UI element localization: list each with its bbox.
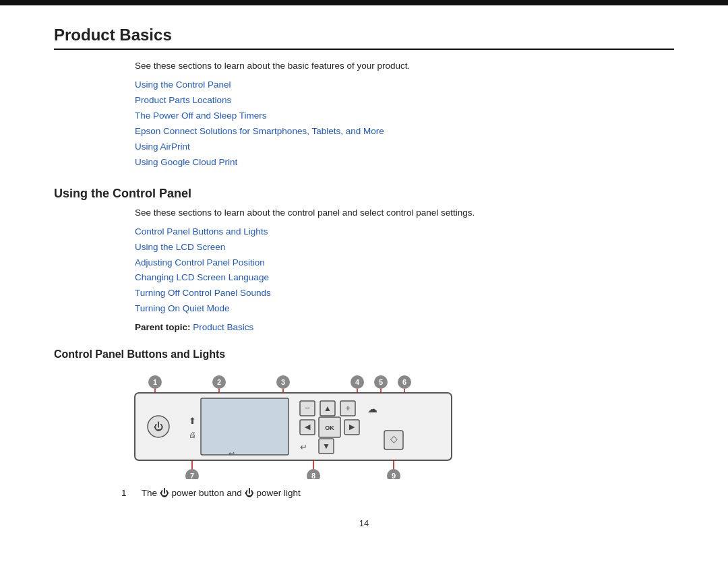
page-number: 14 [54, 518, 674, 528]
section2-title: Control Panel Buttons and Lights [54, 348, 674, 361]
intro-text: See these sections to learn about the ba… [135, 61, 674, 71]
svg-text:▼: ▼ [322, 441, 330, 451]
link-control-panel-buttons[interactable]: Control Panel Buttons and Lights [135, 224, 674, 240]
link-epson-connect[interactable]: Epson Connect Solutions for Smartphones,… [135, 124, 674, 139]
main-link-list: Using the Control Panel Product Parts Lo… [135, 77, 674, 170]
link-adjusting-position[interactable]: Adjusting Control Panel Position [135, 255, 674, 271]
svg-text:↩: ↩ [229, 449, 235, 458]
parent-topic-label: Parent topic: [135, 322, 191, 332]
section1-link-list: Control Panel Buttons and Lights Using t… [135, 224, 674, 317]
svg-text:▶: ▶ [349, 423, 355, 431]
section1-title: Using the Control Panel [54, 187, 674, 201]
svg-text:+: + [345, 403, 351, 413]
svg-text:8: 8 [311, 472, 315, 479]
link-google-cloud[interactable]: Using Google Cloud Print [135, 155, 674, 170]
svg-text:6: 6 [402, 378, 406, 386]
link-power-off-sleep[interactable]: The Power Off and Sleep Timers [135, 108, 674, 124]
link-airprint[interactable]: Using AirPrint [135, 139, 674, 155]
svg-text:⬆: ⬆ [189, 416, 196, 426]
link-using-control-panel[interactable]: Using the Control Panel [135, 77, 674, 93]
svg-text:4: 4 [355, 378, 360, 386]
svg-text:−: − [305, 403, 310, 413]
link-lcd-language[interactable]: Changing LCD Screen Language [135, 270, 674, 286]
bottom-note: 1 The ⏻ power button and ⏻ power light [121, 488, 674, 498]
bottom-note-text: The ⏻ power button and ⏻ power light [142, 488, 301, 498]
svg-text:🖨: 🖨 [189, 431, 196, 439]
svg-text:3: 3 [281, 378, 285, 386]
diagram-svg: 1 2 3 4 5 6 ⏻ [121, 371, 472, 479]
svg-text:◇: ◇ [390, 433, 398, 444]
section1-intro: See these sections to learn about the co… [135, 208, 674, 218]
link-quiet-mode[interactable]: Turning On Quiet Mode [135, 301, 674, 317]
svg-text:9: 9 [392, 472, 396, 479]
svg-text:◀: ◀ [305, 423, 311, 431]
link-turning-off-sounds[interactable]: Turning Off Control Panel Sounds [135, 286, 674, 301]
svg-text:1: 1 [153, 378, 157, 386]
svg-rect-18 [135, 393, 452, 460]
svg-text:☁: ☁ [367, 403, 377, 414]
control-panel-diagram: 1 2 3 4 5 6 ⏻ [121, 371, 674, 481]
parent-topic: Parent topic: Product Basics [135, 322, 674, 332]
top-bar [0, 0, 728, 5]
link-lcd-screen[interactable]: Using the LCD Screen [135, 240, 674, 255]
svg-text:⏻: ⏻ [154, 421, 163, 432]
parent-topic-link[interactable]: Product Basics [193, 322, 253, 332]
svg-text:↵: ↵ [300, 442, 307, 452]
bottom-note-number: 1 [121, 488, 127, 498]
svg-rect-23 [201, 398, 289, 455]
svg-text:OK: OK [325, 425, 334, 431]
main-title: Product Basics [54, 26, 674, 50]
link-product-parts[interactable]: Product Parts Locations [135, 93, 674, 108]
page-content: Product Basics See these sections to lea… [0, 5, 728, 555]
svg-text:7: 7 [190, 472, 194, 479]
svg-text:5: 5 [379, 378, 383, 386]
svg-text:2: 2 [217, 378, 221, 386]
svg-text:▲: ▲ [324, 404, 332, 413]
